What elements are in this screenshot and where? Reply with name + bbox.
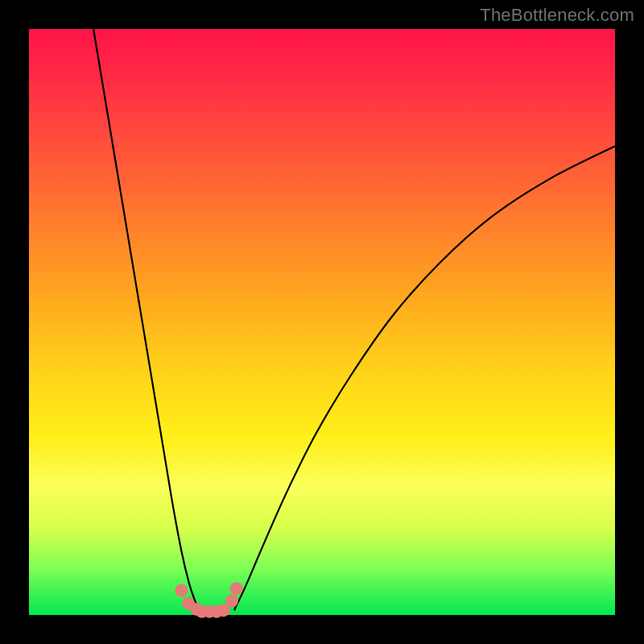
curve-right — [234, 147, 615, 611]
marker-dot — [225, 595, 238, 608]
base-markers — [175, 582, 242, 617]
marker-dot — [175, 584, 188, 597]
plot-area — [29, 29, 615, 615]
marker-dot — [230, 582, 243, 595]
chart-frame: TheBottleneck.com — [0, 0, 644, 644]
curve-layer — [29, 29, 615, 615]
curve-left — [93, 29, 199, 610]
watermark-text: TheBottleneck.com — [480, 5, 634, 26]
